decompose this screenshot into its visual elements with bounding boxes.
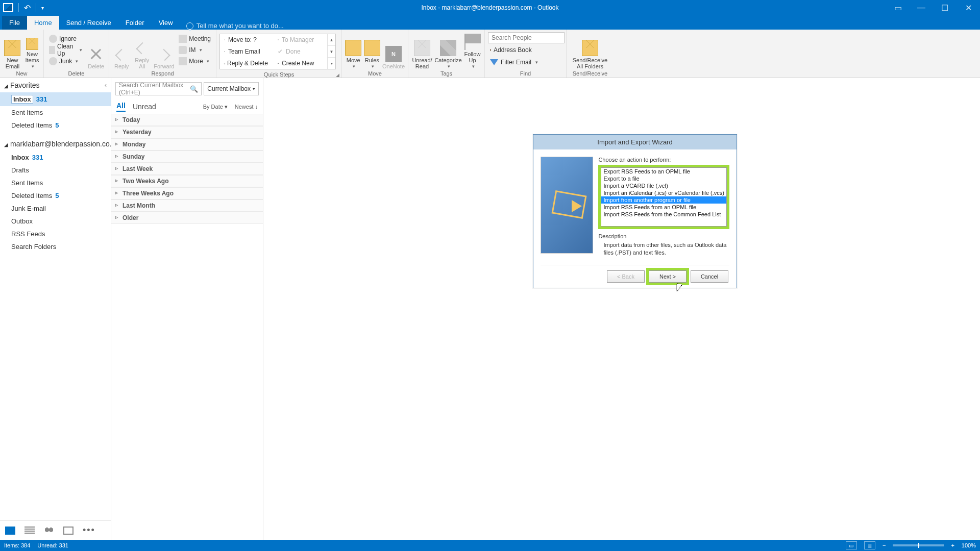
quick-steps-more-icon[interactable]: ▾ [328, 58, 335, 69]
sort-newest[interactable]: Newest ↓ [235, 104, 258, 110]
date-group[interactable]: Last Week [111, 163, 263, 175]
unread-read-button[interactable]: Unread/ Read [411, 31, 433, 69]
junk-button[interactable]: Junk [47, 56, 84, 67]
cancel-button[interactable]: Cancel [691, 270, 728, 283]
nav-folder-sent-items[interactable]: Sent Items [0, 106, 111, 119]
delete-button[interactable]: Delete [86, 31, 106, 69]
tab-home[interactable]: Home [27, 16, 59, 30]
nav-more-icon[interactable]: ••• [83, 525, 95, 536]
new-email-button[interactable]: New Email [3, 31, 22, 69]
categorize-button[interactable]: Categorize [435, 31, 461, 69]
calendar-view-icon[interactable] [24, 527, 35, 535]
search-icon[interactable]: 🔍 [190, 85, 198, 93]
date-group[interactable]: Sunday [111, 151, 263, 163]
account-header[interactable]: ◢marklabarr@blenderpassion.co... [0, 137, 111, 151]
move-button[interactable]: Move [345, 31, 362, 69]
ribbon-tabs: File Home Send / Receive Folder View Tel… [0, 15, 980, 30]
rules-button[interactable]: Rules [364, 31, 381, 69]
tab-view[interactable]: View [152, 16, 180, 30]
zoom-slider[interactable] [893, 544, 944, 546]
view-reading-icon[interactable]: ≣ [864, 541, 875, 549]
filter-all[interactable]: All [116, 102, 126, 112]
action-item[interactable]: Import from another program or file [601, 196, 726, 204]
action-item[interactable]: Import a VCARD file (.vcf) [601, 182, 726, 189]
nav-folder-search-folders[interactable]: Search Folders [0, 240, 111, 253]
nav-folder-deleted-items[interactable]: Deleted Items 5 [0, 119, 111, 132]
undo-icon[interactable]: ↶ [24, 3, 31, 13]
reply-button[interactable]: Reply [112, 31, 131, 69]
filter-unread[interactable]: Unread [133, 103, 156, 111]
date-group[interactable]: Today [111, 114, 263, 126]
nav-switcher: ••• [0, 520, 111, 540]
description-text: Import data from other files, such as Ou… [598, 239, 729, 257]
date-group[interactable]: Three Weeks Ago [111, 187, 263, 199]
search-placeholder: Search Current Mailbox (Ctrl+E) [119, 82, 190, 96]
quick-steps-gallery[interactable]: Move to: ? Team Email Reply & Delete To … [219, 34, 336, 69]
view-normal-icon[interactable]: ▭ [846, 541, 857, 549]
action-item[interactable]: Import RSS Feeds from the Common Feed Li… [601, 211, 726, 218]
nav-folder-rss-feeds[interactable]: RSS Feeds [0, 228, 111, 240]
search-mailbox-input[interactable]: Search Current Mailbox (Ctrl+E) 🔍 [115, 82, 202, 95]
favorites-header[interactable]: ◢Favorites ‹ [0, 78, 111, 92]
close-icon[interactable]: ✕ [957, 0, 980, 15]
action-item[interactable]: Import RSS Feeds from an OPML file [601, 204, 726, 211]
action-item[interactable]: Export RSS Feeds to an OPML file [601, 168, 726, 175]
bulb-icon [186, 22, 193, 30]
group-find-label: Find [485, 70, 566, 78]
quick-steps-down-icon[interactable]: ▼ [328, 46, 335, 58]
search-people-input[interactable] [488, 32, 565, 43]
tab-folder[interactable]: Folder [118, 16, 152, 30]
action-list[interactable]: Export RSS Feeds to an OPML fileExport t… [601, 167, 727, 227]
zoom-out-icon[interactable]: − [883, 542, 886, 548]
im-button[interactable]: IM [177, 44, 213, 56]
tasks-view-icon[interactable] [63, 527, 74, 535]
mail-view-icon[interactable] [5, 527, 15, 535]
qat-customize-icon[interactable]: ▾ [41, 5, 44, 11]
respond-more-button[interactable]: More [177, 56, 213, 67]
nav-folder-junk-e-mail[interactable]: Junk E-mail [0, 202, 111, 215]
zoom-in-icon[interactable]: + [951, 542, 954, 548]
address-book-button[interactable]: Address Book [488, 44, 565, 56]
group-move-label: Move [342, 70, 408, 78]
date-group[interactable]: Monday [111, 138, 263, 151]
action-item[interactable]: Import an iCalendar (.ics) or vCalendar … [601, 189, 726, 196]
tab-file[interactable]: File [2, 16, 27, 30]
nav-folder-outbox[interactable]: Outbox [0, 215, 111, 228]
ribbon-display-icon[interactable]: ▭ [886, 0, 910, 15]
nav-folder-drafts[interactable]: Drafts [0, 164, 111, 177]
action-item[interactable]: Export to a file [601, 175, 726, 182]
meeting-button[interactable]: Meeting [177, 33, 213, 44]
date-group[interactable]: Yesterday [111, 126, 263, 138]
tab-send-receive[interactable]: Send / Receive [59, 16, 118, 30]
date-group[interactable]: Last Month [111, 199, 263, 212]
wizard-image [541, 157, 593, 254]
nav-folder-inbox[interactable]: Inbox 331 [0, 151, 111, 164]
filter-email-button[interactable]: Filter Email [488, 57, 565, 68]
sort-by-date[interactable]: By Date ▾ [203, 104, 228, 110]
send-receive-all-button[interactable]: Send/Receive All Folders [570, 31, 610, 69]
tell-me-label: Tell me what you want to do... [197, 22, 284, 30]
tell-me-search[interactable]: Tell me what you want to do... [180, 22, 290, 30]
nav-folder-sent-items[interactable]: Sent Items [0, 177, 111, 189]
follow-up-button[interactable]: Follow Up [463, 31, 481, 69]
nav-folder-inbox[interactable]: Inbox 331 [0, 92, 111, 106]
forward-button[interactable]: Forward [153, 31, 175, 69]
people-view-icon[interactable] [44, 527, 54, 535]
date-group[interactable]: Two Weeks Ago [111, 175, 263, 187]
nav-folder-deleted-items[interactable]: Deleted Items 5 [0, 189, 111, 202]
clean-up-button[interactable]: Clean Up [47, 44, 84, 56]
collapse-nav-icon[interactable]: ‹ [105, 82, 107, 89]
maximize-icon[interactable]: ☐ [933, 0, 957, 15]
quick-steps-launcher-icon[interactable]: ◢ [216, 72, 341, 78]
group-new-label: New [0, 70, 43, 78]
minimize-icon[interactable]: — [910, 0, 933, 15]
search-scope-dropdown[interactable]: Current Mailbox▾ [204, 82, 259, 95]
quick-steps-up-icon[interactable]: ▲ [328, 34, 335, 46]
status-unread: Unread: 331 [37, 542, 68, 548]
reply-all-button[interactable]: Reply All [133, 31, 151, 69]
next-button[interactable]: Next > [649, 270, 687, 283]
date-group[interactable]: Older [111, 212, 263, 224]
onenote-button[interactable]: NOneNote [382, 31, 405, 69]
new-items-button[interactable]: New Items [24, 31, 40, 69]
dialog-prompt: Choose an action to perform: [598, 157, 729, 163]
